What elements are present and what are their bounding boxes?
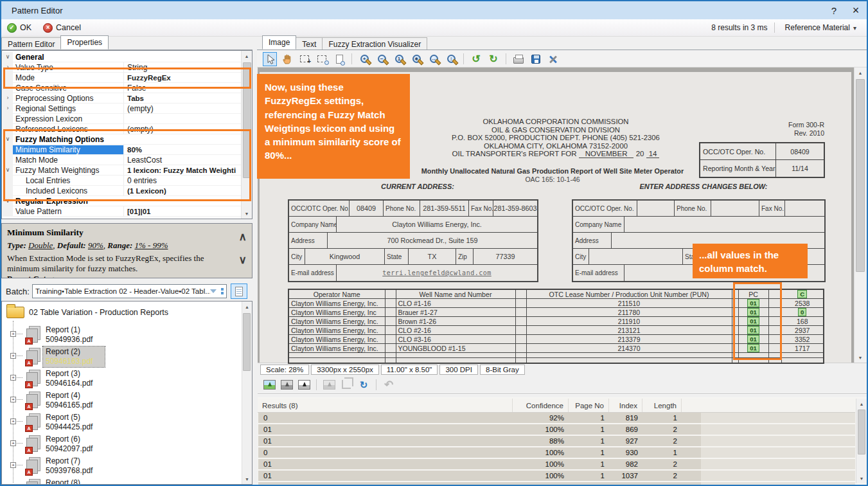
result-row[interactable]: 01100%19822 (258, 459, 855, 469)
column-confidence[interactable]: Confidence (512, 399, 568, 412)
property-row-value-pattern[interactable]: Value Pattern [01]|01 (3, 206, 242, 217)
expand-plus-icon[interactable]: + (10, 440, 16, 446)
scroll-down-icon[interactable]: ▼ (242, 474, 252, 484)
scroll-up-icon[interactable]: ▲ (242, 302, 252, 312)
tab-pattern-editor[interactable]: Pattern Editor (1, 37, 61, 50)
chevron-up-icon[interactable]: ∧ (239, 230, 247, 244)
tree-item-report-5[interactable]: + A Report (5) 50944425.pdf (2, 413, 233, 434)
tree-scrollbar[interactable]: ▲ ▼ (242, 302, 252, 484)
results-scrollbar[interactable]: ▲ ▼ (856, 399, 867, 483)
property-row-local-entries[interactable]: Local Entries 0 entries (3, 176, 242, 186)
refresh-button[interactable]: ↻ (357, 377, 371, 392)
result-row[interactable]: 0100%19301 (258, 447, 855, 458)
category-general[interactable]: ∨ General (3, 52, 242, 62)
tab-fuzzy-extraction-visualizer[interactable]: Fuzzy Extraction Visualizer (322, 37, 427, 50)
property-row-included-lexicons[interactable]: Included Lexicons (1 Lexicon) (3, 186, 242, 196)
image-scrollbar[interactable]: ▲ ▼ (854, 68, 866, 363)
scrollbar-thumb[interactable] (243, 62, 251, 178)
zoom-fit-width-button[interactable]: ↔ (427, 52, 441, 66)
empty-table-row (288, 353, 824, 358)
property-row-fuzzy-match-weightings[interactable]: ∨ Fuzzy Match Weightings 1 lexicon: Fuzz… (3, 165, 242, 176)
column-length[interactable]: Length (642, 399, 681, 412)
pointer-tool-button[interactable] (263, 52, 277, 66)
property-row-value-type[interactable]: › Value Type String (3, 62, 242, 73)
scroll-up-icon[interactable]: ▲ (242, 51, 252, 61)
result-row[interactable]: 0188%19272 (258, 436, 855, 446)
expand-plus-icon[interactable]: + (10, 353, 16, 359)
scroll-down-icon[interactable]: ▼ (856, 473, 867, 483)
zoom-in-button[interactable]: + (357, 52, 371, 66)
property-row-case-sensitive[interactable]: Case Sensitive False (3, 83, 242, 93)
property-row-mode[interactable]: Mode FuzzyRegEx (3, 73, 242, 83)
tab-text[interactable]: Text (296, 37, 323, 50)
scroll-up-icon[interactable]: ▲ (855, 68, 866, 78)
tab-properties[interactable]: Properties (60, 35, 109, 50)
reference-material-dropdown[interactable]: Reference Material ▾ (781, 22, 860, 33)
tree-item-report-4[interactable]: + A Report (4) 50946165.pdf (2, 391, 233, 412)
ok-button[interactable]: ✓ OK (1, 21, 37, 35)
result-row[interactable]: 01100%110372 (258, 471, 855, 481)
zoom-fit-height-button[interactable]: ↕ (444, 52, 458, 66)
scroll-down-icon[interactable]: ▼ (242, 208, 252, 219)
tree-item-report-6[interactable]: + A Report (6) 50942097.pdf (2, 435, 233, 456)
bw-image-button[interactable] (297, 377, 311, 392)
empty-table-row (288, 358, 824, 363)
rotate-right-button[interactable]: ↻ (486, 52, 500, 66)
zoom-out-button[interactable]: − (375, 52, 389, 66)
document-view-button[interactable] (231, 284, 247, 299)
expand-plus-icon[interactable]: + (10, 375, 16, 381)
rotate-left-button[interactable]: ↺ (469, 52, 483, 66)
column-index[interactable]: Index (608, 399, 642, 412)
tree-item-report-7[interactable]: + A Report (7) 50939768.pdf (2, 456, 233, 478)
chevron-down-icon[interactable]: ∨ (239, 253, 247, 267)
expand-plus-icon[interactable]: + (10, 331, 16, 337)
expand-plus-icon[interactable]: + (10, 397, 16, 402)
tree-item-report-2[interactable]: + A Report (2) 50946163.pdf (2, 347, 233, 368)
property-row-match-mode[interactable]: Match Mode LeastCost (3, 155, 242, 165)
results-header[interactable]: Results (8) Confidence Page No Index Len… (258, 399, 855, 413)
result-row[interactable]: 01100%18692 (258, 424, 855, 435)
scrollbar-thumb[interactable] (856, 79, 865, 272)
zoom-out-icon: − (378, 55, 386, 63)
scrollbar-thumb[interactable] (243, 313, 251, 371)
result-row[interactable]: 01100%110922 (258, 482, 855, 485)
category-regular-expression[interactable]: ∨ Regular Expression (3, 196, 242, 206)
close-button[interactable]: × (845, 2, 867, 19)
tree-item-report-1[interactable]: + A Report (1) 50949936.pdf (2, 325, 233, 346)
save-button[interactable] (529, 52, 543, 66)
scrollbar-thumb[interactable] (858, 410, 865, 455)
zoom-region-button[interactable] (315, 52, 329, 66)
tree-item-report-8[interactable]: + A Report (8) (2, 478, 233, 485)
expand-plus-icon[interactable]: + (10, 419, 16, 424)
batch-combobox[interactable]: Training•Table Extraction 02 - Header-Va… (32, 284, 227, 298)
tab-image[interactable]: Image (262, 35, 296, 50)
result-row[interactable]: 092%18191 (258, 413, 855, 423)
page-preview-button[interactable] (332, 52, 346, 66)
image-tools-button[interactable] (546, 52, 560, 66)
column-page-no[interactable]: Page No (568, 399, 608, 412)
grayscale-image-button[interactable] (279, 377, 294, 392)
property-row-regional-settings[interactable]: › Regional Settings (empty) (3, 104, 242, 114)
property-row-minimum-similarity[interactable]: Minimum Similarity 80% (3, 145, 242, 155)
expand-plus-icon[interactable]: + (10, 484, 16, 485)
help-button[interactable]: ? (823, 2, 845, 19)
property-row-expression-lexicon[interactable]: Expression Lexicon (3, 114, 242, 124)
expand-plus-icon[interactable]: + (10, 462, 16, 468)
zoom-actual-size-button[interactable]: 1 (392, 52, 406, 66)
property-row-referenced-lexicons[interactable]: Referenced Lexicons (empty) (3, 124, 242, 134)
select-region-button[interactable]: + (297, 52, 312, 66)
category-fuzzy-matching-options[interactable]: ∨ Fuzzy Matching Options (3, 134, 242, 145)
tree-item-report-3[interactable]: + A Report (3) 50946164.pdf (2, 369, 233, 390)
print-button[interactable] (511, 52, 526, 66)
pan-tool-button[interactable] (280, 52, 294, 66)
cancel-button[interactable]: × Cancel (37, 21, 87, 35)
scroll-down-icon[interactable]: ▼ (855, 352, 866, 363)
zoom-fit-button[interactable]: ∗ (409, 52, 423, 66)
property-row-preprocessing-options[interactable]: › Preprocessing Options Tabs (3, 93, 242, 104)
callout-fuzzyregex-settings: Now, using these FuzzyRegEx settings, re… (257, 74, 410, 179)
tree-root-label[interactable]: 02 Table Variation - Production Reports (29, 308, 168, 317)
property-grid-scrollbar[interactable]: ▲ ▼ (241, 51, 252, 219)
scroll-up-icon[interactable]: ▲ (856, 399, 867, 409)
color-image-button[interactable] (262, 377, 276, 392)
pdf-document-icon: A (25, 392, 42, 410)
